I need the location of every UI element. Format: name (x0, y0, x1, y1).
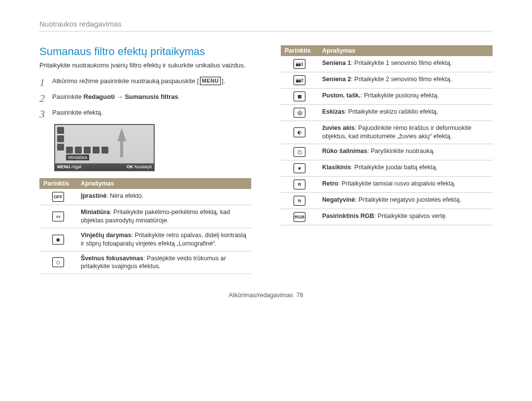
camera-screenshot: Miniatiūra MENU Atgal OK Nustatyti (54, 124, 155, 171)
camera-filter-strip (66, 147, 108, 154)
camera-screen-area: Miniatiūra (55, 125, 154, 163)
option-description-cell: Vinječių darymas: Pritaikykite retro spa… (77, 228, 251, 251)
option-name: Seniena 2 (322, 76, 351, 83)
camera-ok-group: OK Nustatyti (127, 164, 152, 169)
option-icon: ◉ (52, 235, 64, 245)
option-icon: ▢ (294, 147, 305, 157)
option-name: Retro (322, 180, 338, 187)
option-description: Pritaikykite eskizo rašiklio efektą. (348, 108, 438, 115)
options-header-description: Aprašymas (77, 178, 251, 189)
option-separator: : (355, 124, 358, 131)
option-icon-cell: 📷2 (281, 72, 318, 89)
option-icon: ◐ (294, 127, 305, 137)
option-icon: ▦ (294, 92, 305, 101)
option-icon: ■ (294, 163, 305, 173)
option-icon-cell: ◐ (281, 121, 318, 144)
open-bracket: [ (197, 77, 199, 85)
option-name: Miniatiūra (81, 209, 110, 216)
option-icon-cell: ▢ (281, 144, 318, 160)
menu-key-icon: MENU (200, 77, 221, 85)
option-icon: ◌ (52, 257, 64, 267)
option-separator: : (110, 209, 113, 216)
table-row: ▭Miniatiūra: Pritaikykite pakėlimo-perkė… (39, 205, 251, 228)
footer-section: Atkūrimas/redagavimas (229, 292, 293, 299)
table-row: 📷1Seniena 1: Pritaikykite 1 senovinio fi… (281, 56, 493, 72)
camera-filter-label: Miniatiūra (66, 154, 89, 160)
option-description: Pritaikykite negatyvo juostelės efektą. (359, 196, 461, 203)
filter-thumb-icon (66, 147, 73, 154)
option-description-cell: Puston. tašk.: Pritaikykite pustonių efe… (318, 89, 493, 105)
filter-thumb-icon (101, 147, 108, 154)
page-footer: Atkūrimas/redagavimas 78 (39, 292, 493, 299)
table-row: 🏰Eskizas: Pritaikykite eskizo rašiklio e… (281, 105, 493, 121)
option-icon-cell: 📷1 (281, 56, 318, 72)
camera-back-key: MENU (57, 164, 70, 169)
camera-footer: MENU Atgal OK Nustatyti (55, 163, 154, 170)
option-description: Pritaikykite 2 senovinio filmo efektą. (354, 76, 452, 83)
option-description: Pritaikykite juodai baltą efektą. (354, 164, 437, 171)
option-name: Vinječių darymas (81, 232, 132, 239)
option-description-cell: Klasikinis: Pritaikykite juodai baltą ef… (318, 160, 493, 176)
option-separator: : (367, 148, 371, 154)
intro-text: Pritaikykite nuotraukoms įvairių filtro … (39, 61, 251, 70)
option-name: Seniena 1 (322, 60, 351, 66)
camera-back-group: MENU Atgal (57, 164, 81, 169)
option-icon: 🏰 (294, 108, 305, 118)
option-name: Švelnus fokusavimas (81, 255, 143, 262)
step-text: Pasirinkite Redaguoti → Sumanusis filtra… (52, 93, 180, 101)
option-icon-cell: ▭ (39, 205, 77, 228)
two-column-layout: Sumanaus filtro efektų pritaikymas Prita… (39, 45, 493, 274)
step-number: 3 (39, 108, 52, 120)
option-description-cell: Seniena 1: Pritaikykite 1 senovinio film… (318, 56, 493, 72)
option-name: Įprastinė (81, 192, 106, 199)
option-name: Negatyvinė (322, 196, 355, 203)
camera-side-icon (57, 127, 64, 134)
step-2-arrow: → (115, 93, 125, 100)
option-description: Nėra efekto. (110, 192, 143, 199)
step-number: 1 (39, 77, 52, 89)
option-icon: OFF (52, 192, 64, 202)
option-description-cell: Miniatiūra: Pritaikykite pakėlimo-perkėl… (77, 205, 251, 228)
options-header-option: Parinktis (281, 45, 318, 56)
step-1-text-a: Atkūrimo režime pasirinkite nuotrauką pa… (52, 77, 195, 85)
table-row: NNegatyvinė: Pritaikykite negatyvo juost… (281, 192, 493, 209)
table-row: ▦Puston. tašk.: Pritaikykite pustonių ef… (281, 89, 493, 105)
left-column: Sumanaus filtro efektų pritaikymas Prita… (39, 45, 251, 274)
option-description: Paryškinkite nuotrauką. (371, 148, 435, 154)
option-description: Pritaikykite pustonių efektą. (364, 92, 439, 99)
option-name: žuvies akis (322, 124, 355, 131)
option-separator: : (361, 92, 364, 99)
option-description-cell: Švelnus fokusavimas: Paslėpkite veido tr… (77, 251, 251, 274)
option-description-cell: Seniena 2: Pritaikykite 2 senovinio film… (318, 72, 493, 89)
option-name: Klasikinis (322, 164, 351, 171)
option-icon: 📷2 (294, 75, 305, 85)
option-description: Pritaikykite 1 senovinio filmo efektą. (354, 60, 452, 66)
option-name: Pasirinktinis RGB (322, 213, 374, 219)
camera-ok-key: OK (127, 164, 133, 169)
option-description: Pritaikykite tamsiai rusvo atspalvio efe… (342, 180, 456, 187)
right-column: Parinktis Aprašymas 📷1Seniena 1: Pritaik… (281, 45, 493, 274)
option-separator: : (355, 196, 359, 203)
step-2-bold-edit: Redaguoti (84, 93, 115, 100)
camera-side-icon (57, 135, 64, 142)
options-header-description: Aprašymas (318, 45, 493, 56)
table-row: ◐žuvies akis: Pajuodinkite rėmo kraštus … (281, 121, 493, 144)
options-table-right: Parinktis Aprašymas 📷1Seniena 1: Pritaik… (281, 45, 493, 225)
camera-back-label: Atgal (71, 164, 82, 169)
step-text: Pasirinkite efektą. (52, 108, 103, 117)
option-icon-cell: ▦ (281, 89, 318, 105)
option-name: Eskizas (322, 108, 345, 115)
option-name: Puston. tašk. (322, 92, 361, 99)
option-separator: : (132, 232, 135, 239)
footer-page-number: 78 (297, 292, 303, 299)
breadcrumb: Nuotraukos redagavimas (39, 20, 493, 31)
camera-side-icon (57, 144, 64, 151)
option-icon: N (294, 196, 305, 206)
camera-preview-silhouette (114, 128, 129, 157)
table-row: ▢Rūko šalinimas: Paryškinkite nuotrauką. (281, 144, 493, 160)
option-icon-cell: 🏰 (281, 105, 318, 121)
filter-thumb-icon (93, 147, 100, 154)
option-description-cell: Rūko šalinimas: Paryškinkite nuotrauką. (318, 144, 493, 160)
camera-side-icons (57, 127, 64, 151)
step-2-d: . (178, 93, 180, 100)
